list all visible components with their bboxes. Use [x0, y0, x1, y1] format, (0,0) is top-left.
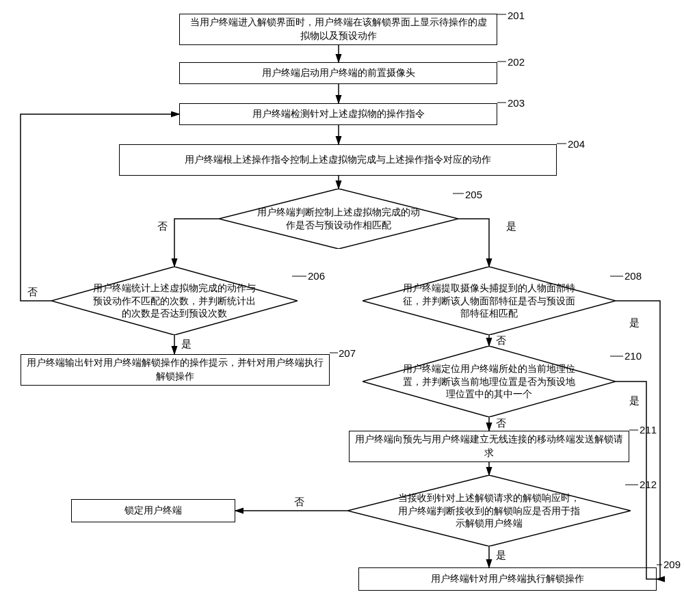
- decision-210: 用户终端定位用户终端所处的当前地理位置，并判断该当前地理位置是否为预设地理位置中…: [363, 346, 616, 417]
- yes-206: 是: [181, 338, 192, 351]
- label-211: 211: [640, 424, 657, 436]
- decision-212: 当接收到针对上述解锁请求的解锁响应时，用户终端判断接收到的解锁响应是否用于指示解…: [347, 475, 631, 546]
- label-203: 203: [508, 97, 525, 109]
- yes-212: 是: [496, 549, 506, 562]
- step-207: 用户终端输出针对用户终端解锁操作的操作提示，并针对用户终端执行解锁操作: [21, 354, 330, 386]
- no-206: 否: [27, 286, 38, 299]
- decision-205: 用户终端判断控制上述虚拟物完成的动作是否与预设动作相匹配: [219, 189, 458, 249]
- no-205: 否: [157, 220, 168, 233]
- label-209: 209: [663, 559, 681, 570]
- label-206: 206: [308, 270, 325, 282]
- label-205: 205: [465, 189, 482, 200]
- step-209: 用户终端针对用户终端执行解锁操作: [358, 567, 657, 591]
- label-207: 207: [339, 347, 356, 359]
- step-lock: 锁定用户终端: [71, 499, 235, 522]
- no-208: 否: [496, 334, 506, 347]
- label-212: 212: [640, 479, 657, 490]
- yes-210: 是: [629, 394, 640, 407]
- label-210: 210: [624, 350, 642, 362]
- decision-206: 用户终端统计上述虚拟物完成的动作与预设动作不匹配的次数，并判断统计出的次数是否达…: [51, 267, 298, 335]
- step-202: 用户终端启动用户终端的前置摄像头: [179, 62, 497, 84]
- label-208: 208: [624, 270, 642, 282]
- step-201: 当用户终端进入解锁界面时，用户终端在该解锁界面上显示待操作的虚拟物以及预设动作: [179, 14, 497, 45]
- flowchart-canvas: 当用户终端进入解锁界面时，用户终端在该解锁界面上显示待操作的虚拟物以及预设动作 …: [0, 0, 684, 616]
- decision-208: 用户终端提取摄像头捕捉到的人物面部特征，并判断该人物面部特征是否与预设面部特征相…: [363, 267, 616, 335]
- step-211: 用户终端向预先与用户终端建立无线连接的移动终端发送解锁请求: [349, 431, 629, 462]
- yes-208: 是: [629, 317, 640, 330]
- yes-205: 是: [506, 220, 516, 233]
- label-201: 201: [508, 10, 525, 21]
- no-210: 否: [496, 417, 506, 430]
- step-204: 用户终端根上述操作指令控制上述虚拟物完成与上述操作指令对应的动作: [119, 144, 557, 176]
- step-203: 用户终端检测针对上述虚拟物的操作指令: [179, 103, 497, 125]
- no-212: 否: [294, 496, 304, 509]
- label-202: 202: [508, 56, 525, 68]
- label-204: 204: [568, 138, 585, 150]
